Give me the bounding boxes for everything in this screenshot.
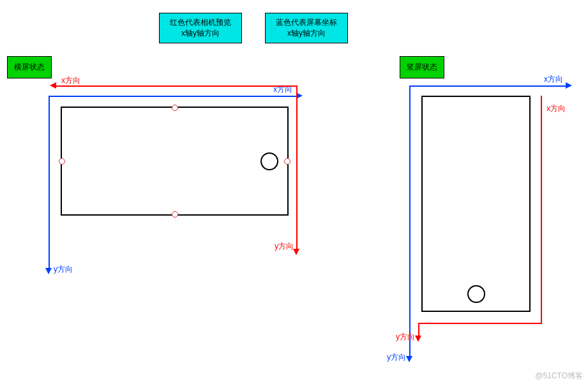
legend-screen-line2: x轴y轴方向 xyxy=(271,28,342,39)
landscape-red-y-label: y方向 xyxy=(275,241,294,252)
arrow-left-icon xyxy=(50,82,56,89)
portrait-blue-x-axis xyxy=(409,85,566,87)
state-portrait: 竖屏状态 xyxy=(400,56,444,78)
arrow-down-icon xyxy=(406,356,412,362)
portrait-blue-x-label: x方向 xyxy=(544,74,563,85)
portrait-red-x-label: x方向 xyxy=(547,103,566,114)
landscape-red-x-label: x方向 xyxy=(61,75,80,86)
landscape-blue-y-axis xyxy=(49,96,50,268)
home-button-icon xyxy=(467,285,485,303)
anchor-dot xyxy=(172,105,178,111)
landscape-red-y-axis xyxy=(296,85,298,249)
legend-camera: 红色代表相机预览 x轴y轴方向 xyxy=(159,13,242,43)
anchor-dot xyxy=(59,158,65,165)
arrow-right-icon xyxy=(566,82,572,89)
watermark: @51CTO博客 xyxy=(535,371,583,381)
anchor-dot xyxy=(284,158,290,165)
legend-camera-line2: x轴y轴方向 xyxy=(165,28,236,39)
phone-portrait xyxy=(421,96,531,312)
portrait-red-y-label: y方向 xyxy=(396,332,415,343)
home-button-icon xyxy=(260,152,278,170)
arrow-down-icon xyxy=(45,268,52,274)
portrait-red-y-axis-v xyxy=(418,323,419,336)
anchor-dot xyxy=(172,211,178,218)
landscape-blue-x-axis xyxy=(49,96,296,97)
legend-camera-line1: 红色代表相机预览 xyxy=(165,17,236,28)
portrait-red-y-axis-h xyxy=(418,323,542,324)
arrow-down-icon xyxy=(415,336,421,342)
arrow-down-icon xyxy=(293,249,299,255)
portrait-blue-y-axis xyxy=(409,85,411,356)
landscape-red-x-axis xyxy=(56,85,298,87)
state-landscape: 横屏状态 xyxy=(7,56,52,78)
portrait-blue-y-label: y方向 xyxy=(387,352,406,363)
phone-landscape xyxy=(61,107,289,216)
legend-screen: 蓝色代表屏幕坐标 x轴y轴方向 xyxy=(265,13,348,43)
portrait-red-x-axis xyxy=(541,96,542,323)
legend-screen-line1: 蓝色代表屏幕坐标 xyxy=(271,17,342,28)
landscape-blue-y-label: y方向 xyxy=(54,264,73,275)
